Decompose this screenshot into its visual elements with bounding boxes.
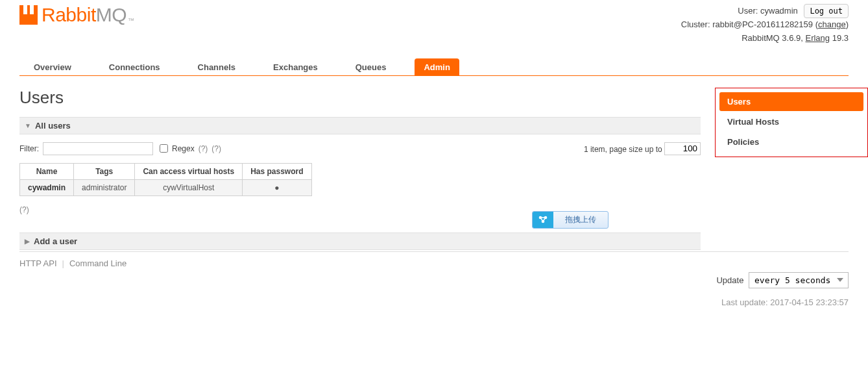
page-size-input[interactable]: [664, 142, 701, 155]
cell-tags: administrator: [74, 179, 135, 195]
pager-text: 1 item, page size up to: [584, 144, 662, 153]
upload-widget-label: 拖拽上传: [553, 212, 608, 228]
upload-widget[interactable]: 拖拽上传: [532, 211, 609, 229]
last-update-label: Last update:: [721, 297, 768, 307]
users-table: Name Tags Can access virtual hosts Has p…: [19, 163, 312, 196]
col-vhosts[interactable]: Can access virtual hosts: [135, 163, 243, 179]
chevron-down-icon: ▼: [25, 122, 31, 129]
separator: |: [62, 258, 64, 268]
trademark-symbol: ™: [128, 17, 134, 24]
filter-input[interactable]: [43, 142, 153, 155]
cell-vhosts: cywVirtualHost: [135, 179, 243, 195]
erlang-link[interactable]: Erlang: [805, 33, 830, 43]
rabbitmq-logo: RabbitMQ™: [19, 4, 134, 26]
version-prefix: RabbitMQ: [741, 33, 780, 43]
section-add-user-label: Add a user: [34, 236, 77, 246]
change-cluster-link[interactable]: change: [818, 19, 846, 29]
cell-name: cywadmin: [20, 179, 74, 195]
tab-overview[interactable]: Overview: [25, 58, 80, 75]
col-tags[interactable]: Tags: [74, 163, 135, 179]
sidebar-item-users[interactable]: Users: [719, 92, 863, 111]
user-label: User:: [738, 6, 758, 16]
header-info: User: cywadmin Log out Cluster: rabbit@P…: [681, 4, 849, 45]
cloud-share-icon: [533, 212, 553, 228]
admin-sidebar: Users Virtual Hosts Policies: [715, 88, 868, 157]
tab-connections[interactable]: Connections: [100, 58, 169, 75]
brand-text-right: MQ: [96, 4, 127, 26]
section-all-users-label: All users: [35, 121, 71, 131]
table-row[interactable]: cywadmin administrator cywVirtualHost ●: [20, 179, 312, 195]
chevron-right-icon: ▶: [25, 238, 30, 245]
page-title: Users: [19, 88, 701, 108]
http-api-link[interactable]: HTTP API: [19, 258, 57, 268]
col-has-password[interactable]: Has password: [243, 163, 311, 179]
section-all-users[interactable]: ▼ All users: [19, 117, 701, 134]
regex-toggle[interactable]: Regex: [157, 142, 195, 155]
command-line-link[interactable]: Command Line: [69, 258, 127, 268]
sidebar-item-vhosts[interactable]: Virtual Hosts: [719, 112, 863, 131]
tab-admin[interactable]: Admin: [415, 58, 459, 75]
brand-text-left: Rabbit: [42, 4, 96, 26]
cluster-label: Cluster:: [681, 19, 710, 29]
col-name[interactable]: Name: [20, 163, 74, 179]
current-user: cywadmin: [760, 6, 798, 16]
cluster-name: rabbit@PC-201611282159: [712, 19, 813, 29]
logout-button[interactable]: Log out: [804, 4, 849, 18]
main-tabs: Overview Connections Channels Exchanges …: [19, 58, 849, 76]
tab-channels[interactable]: Channels: [189, 58, 245, 75]
last-update-value: 2017-04-15 23:23:57: [770, 297, 849, 307]
section-add-user[interactable]: ▶ Add a user: [19, 233, 701, 250]
rabbitmq-icon: [19, 5, 38, 25]
filter-label: Filter:: [19, 144, 39, 153]
help-icon[interactable]: (?): [211, 144, 221, 153]
update-interval-select[interactable]: every 5 seconds: [749, 272, 849, 288]
rabbitmq-version: 3.6.9: [782, 33, 801, 43]
footer-links: HTTP API | Command Line: [19, 251, 849, 268]
regex-label-text: Regex: [172, 144, 195, 153]
sidebar-item-policies[interactable]: Policies: [719, 132, 863, 151]
erlang-version: 19.3: [832, 33, 849, 43]
cell-has-password: ●: [243, 179, 311, 195]
regex-checkbox[interactable]: [160, 144, 168, 153]
update-label: Update: [716, 275, 743, 285]
tab-exchanges[interactable]: Exchanges: [264, 58, 327, 75]
help-icon[interactable]: (?): [199, 144, 208, 153]
tab-queues[interactable]: Queues: [346, 58, 396, 75]
